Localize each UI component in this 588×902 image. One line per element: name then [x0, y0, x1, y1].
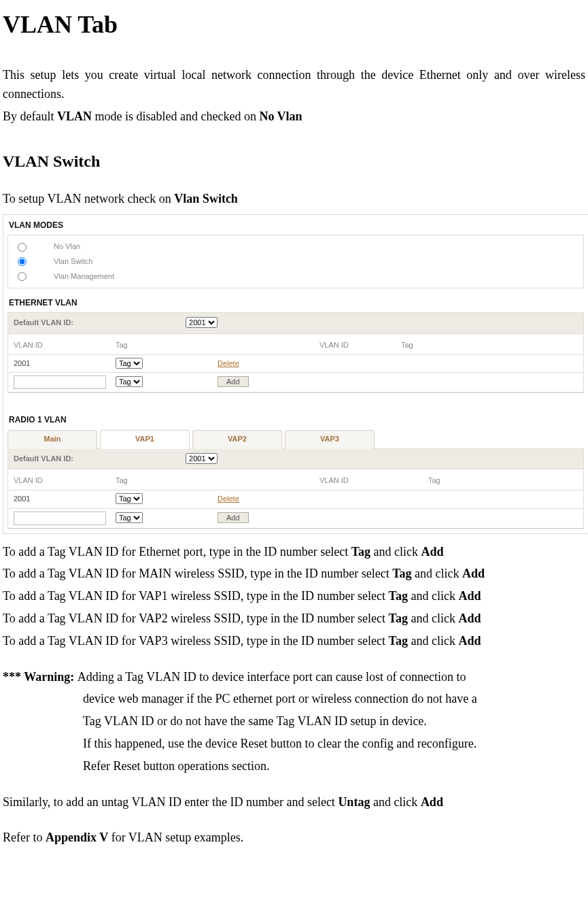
text-bold: Tag [389, 612, 408, 625]
text-bold: Tag [389, 634, 408, 648]
text: and click [370, 545, 421, 558]
text: Adding a Tag VLAN ID to device interface… [77, 670, 466, 684]
delete-link[interactable]: Delete [218, 359, 239, 367]
add-button-radio[interactable]: Add [218, 512, 249, 523]
radio-vlan-management[interactable] [18, 272, 27, 281]
eth-add-row: Tag Add [8, 373, 583, 392]
page-title: VLAN Tab [3, 5, 585, 45]
radio-vlan-mgmt-row: Vlan Management [14, 269, 578, 284]
radio-vlan-switch[interactable] [18, 257, 27, 266]
col-vlanid: VLAN ID [14, 475, 116, 487]
tab-main[interactable]: Main [7, 430, 97, 449]
warning-line3: Tag VLAN ID or do not have the same Tag … [83, 712, 585, 731]
radio-label: Vlan Switch [54, 256, 92, 268]
text-bold: No Vlan [259, 110, 302, 123]
instr-main: To add a Tag VLAN ID for MAIN wireless S… [3, 564, 585, 584]
tab-vap3[interactable]: VAP3 [285, 430, 375, 449]
radio-label: No Vlan [54, 241, 80, 253]
radio1-vlan-box: Default VLAN ID: 2001 VLAN ID Tag VLAN I… [7, 448, 584, 529]
radio-no-vlan-row: No Vlan [14, 239, 578, 254]
text-bold: Add [458, 634, 481, 648]
default-vlan-row: Default VLAN ID: 2001 [8, 313, 583, 334]
vlan-id-input-radio[interactable] [14, 512, 106, 525]
col-vlanid: VLAN ID [14, 339, 116, 352]
radio-no-vlan[interactable] [18, 243, 27, 252]
radio-label: Vlan Management [54, 271, 114, 283]
radio-vlan-switch-row: Vlan Switch [14, 254, 578, 269]
default-vlan-select[interactable]: 2001 [186, 317, 218, 328]
warning-label: *** Warning: [3, 670, 77, 684]
text-bold: Tag [389, 589, 408, 603]
text-bold: Add [421, 795, 443, 809]
add-button[interactable]: Add [218, 376, 249, 387]
default-vlan-select-radio[interactable]: 2001 [186, 453, 218, 464]
text-bold: Appendix V [46, 831, 108, 844]
text: and click [408, 589, 458, 603]
delete-link-radio[interactable]: Delete [218, 495, 239, 503]
intro-text-1: This setup lets you create virtual local… [3, 65, 585, 105]
text: By default [3, 110, 57, 123]
col-vlanid-2: VLAN ID [299, 475, 401, 487]
instr-vap2: To add a Tag VLAN ID for VAP2 wireless S… [3, 609, 585, 629]
text: for VLAN setup examples. [108, 831, 243, 844]
text: and click [408, 612, 458, 625]
radio1-vlan-label: RADIO 1 VLAN [3, 410, 588, 429]
vlan-id-input[interactable] [14, 375, 106, 389]
text-bold: Tag [351, 545, 370, 558]
tab-vap1[interactable]: VAP1 [100, 430, 190, 449]
instr-vap1: To add a Tag VLAN ID for VAP1 wireless S… [3, 586, 585, 606]
text-bold: VLAN [57, 110, 92, 123]
text-bold: Untag [338, 795, 370, 809]
ethernet-vlan-label: ETHERNET VLAN [3, 293, 588, 312]
text: To add a Tag VLAN ID for VAP1 wireless S… [3, 589, 389, 603]
instr-vap3: To add a Tag VLAN ID for VAP3 wireless S… [3, 631, 585, 651]
warning-line5: Refer Reset button operations section. [83, 756, 585, 776]
text: To setup VLAN network check on [3, 192, 174, 205]
vlan-id-value: 2001 [14, 358, 116, 370]
untag-instr: Similarly, to add an untag VLAN ID enter… [3, 792, 585, 812]
col-tag: Tag [116, 475, 218, 487]
radio-add-row: Tag Add [8, 509, 583, 529]
text: To add a Tag VLAN ID for VAP3 wireless S… [3, 634, 389, 648]
default-vlan-row-radio: Default VLAN ID: 2001 [8, 449, 583, 470]
text: Refer to [3, 831, 46, 844]
vlan-id-value: 2001 [14, 493, 116, 505]
tab-vap2[interactable]: VAP2 [192, 430, 282, 449]
setup-text: To setup VLAN network check on Vlan Swit… [3, 189, 585, 209]
text-bold: Add [458, 589, 481, 603]
col-vlanid-2: VLAN ID [299, 339, 401, 352]
text-bold: Tag [392, 567, 411, 580]
text: To add a Tag VLAN ID for MAIN wireless S… [3, 567, 392, 580]
tag-select[interactable]: Tag [116, 358, 143, 369]
text: and click [408, 634, 458, 648]
text: To add a Tag VLAN ID for VAP2 wireless S… [3, 612, 389, 625]
tag-select-new[interactable]: Tag [116, 376, 143, 387]
warning-block: *** Warning: Adding a Tag VLAN ID to dev… [3, 667, 585, 776]
text: To add a Tag VLAN ID for Ethernet port, … [3, 545, 351, 558]
radio-header-row: VLAN ID Tag VLAN ID Tag [8, 469, 583, 490]
tag-select-radio[interactable]: Tag [116, 493, 143, 504]
vlan-config-figure: VLAN MODES No Vlan Vlan Switch Vlan Mana… [3, 214, 588, 534]
vlan-modes-box: No Vlan Vlan Switch Vlan Management [7, 235, 584, 288]
text-bold: Add [421, 545, 444, 558]
text: and click [370, 795, 420, 809]
text-bold: Add [462, 567, 485, 580]
ethernet-vlan-box: Default VLAN ID: 2001 VLAN ID Tag VLAN I… [7, 312, 584, 393]
radio-data-row: 2001 Tag Delete [8, 490, 583, 509]
vlan-modes-label: VLAN MODES [3, 215, 588, 235]
warning-line4: If this happened, use the device Reset b… [83, 734, 585, 754]
default-vlan-label: Default VLAN ID: [14, 317, 184, 329]
text-bold: Vlan Switch [174, 192, 238, 205]
section-heading: VLAN Switch [3, 148, 585, 174]
text: and click [412, 567, 462, 580]
text: mode is disabled and checked on [92, 110, 259, 123]
col-tag-2: Tag [401, 475, 496, 487]
tag-select-radio-new[interactable]: Tag [116, 512, 143, 523]
eth-header-row: VLAN ID Tag VLAN ID Tag [8, 334, 583, 355]
warning-line1: *** Warning: Adding a Tag VLAN ID to dev… [3, 667, 585, 687]
instr-eth: To add a Tag VLAN ID for Ethernet port, … [3, 542, 585, 562]
eth-data-row: 2001 Tag Delete [8, 355, 583, 373]
text: Similarly, to add an untag VLAN ID enter… [3, 795, 338, 809]
appendix-ref: Refer to Appendix V for VLAN setup examp… [3, 828, 585, 848]
intro-text-2: By default VLAN mode is disabled and che… [3, 107, 585, 127]
